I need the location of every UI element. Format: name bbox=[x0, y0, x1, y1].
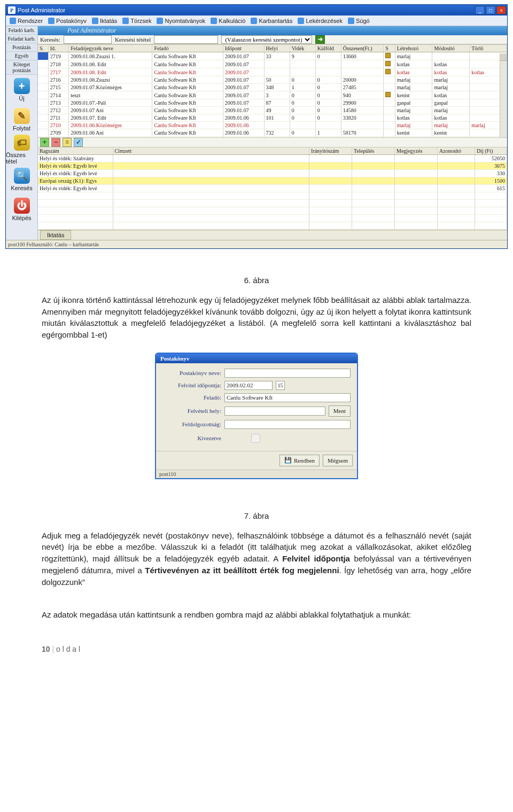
menu-icon bbox=[298, 18, 304, 24]
left-tab[interactable]: Köteget postázás bbox=[6, 60, 37, 75]
column-header[interactable]: S bbox=[384, 45, 395, 52]
add-row-button[interactable]: + bbox=[40, 138, 49, 147]
table-row[interactable]: 27162009.01.08.ZsuzsiCanlu Software Kft2… bbox=[38, 76, 507, 84]
status-icon bbox=[385, 53, 391, 58]
table-row[interactable]: Helyi és vidék: Egyéb levé330 bbox=[38, 170, 507, 177]
edit-row-button[interactable]: ≡ bbox=[63, 138, 72, 147]
save-icon: 💾 bbox=[284, 457, 292, 464]
table-row[interactable]: 27102009.01.06.KözönségesCanlu Software … bbox=[38, 122, 507, 129]
left-tab[interactable]: Egyéb bbox=[6, 52, 37, 60]
left-panel: Feladó karb. Feladat karb. Postázás Egyé… bbox=[6, 26, 38, 240]
table-row[interactable]: 27172009.01.08. EditCanlu Software Kft20… bbox=[38, 68, 507, 76]
left-tab[interactable]: Postázás bbox=[6, 43, 37, 52]
column-header[interactable]: Ragszám bbox=[38, 147, 113, 155]
table-row[interactable]: Európai ország (K1): Egys1500 bbox=[38, 177, 507, 185]
row-tool-button[interactable]: ✓ bbox=[74, 138, 83, 147]
table-row[interactable]: 27182009.01.08. EditCanlu Software Kft20… bbox=[38, 60, 507, 68]
main-grid: S.Id.Feladójegyzék neveFeladóIdőpontHely… bbox=[38, 44, 507, 137]
column-header[interactable]: Létrehozó bbox=[395, 45, 432, 52]
column-header[interactable]: Külföld bbox=[315, 45, 341, 52]
column-header[interactable]: Díj (Ft) bbox=[475, 147, 507, 155]
field-label-disabled: Kivezetve bbox=[162, 435, 221, 441]
menu-torzsek[interactable]: Törzsek bbox=[121, 18, 153, 24]
search-tetel-label: Keresési tététel bbox=[115, 36, 151, 43]
column-header[interactable]: Id. bbox=[48, 45, 68, 52]
status-icon bbox=[385, 69, 391, 74]
menu-icon bbox=[92, 18, 98, 24]
column-header[interactable]: Megjegyzés bbox=[395, 147, 438, 155]
table-row[interactable]: 27092009.01.06 AniCanlu Software Kft2009… bbox=[38, 129, 507, 137]
tool-new[interactable]: + Új bbox=[6, 75, 37, 105]
menu-karbantartas[interactable]: Karbantartás bbox=[249, 18, 294, 24]
column-header[interactable]: Címzett bbox=[113, 147, 309, 155]
column-header[interactable]: Irányítószám bbox=[309, 147, 352, 155]
column-header[interactable]: Törlő bbox=[470, 45, 507, 52]
menu-nyomtatvanyok[interactable]: Nyomtatványok bbox=[155, 18, 207, 24]
postakonyv-name-input[interactable] bbox=[224, 369, 351, 378]
menu-kalkulacio[interactable]: Kalkuláció bbox=[209, 18, 247, 24]
menu-icon bbox=[157, 18, 163, 24]
search-input[interactable] bbox=[64, 35, 112, 44]
megsem-button[interactable]: Mégsem bbox=[323, 455, 353, 466]
menu-iktatas[interactable]: Iktatás bbox=[90, 18, 119, 24]
table-row[interactable]: 27082009.01.06. KözönségesCanlu Software… bbox=[38, 137, 507, 137]
maximize-button[interactable]: □ bbox=[486, 6, 495, 14]
left-tab[interactable]: Feladó karb. bbox=[6, 26, 37, 35]
search-bar: Keresés: Keresési tététel (Válasszon ker… bbox=[38, 35, 507, 44]
status-bar: post100 Felhasználó: Canlu – karbantartá… bbox=[6, 240, 507, 248]
close-button[interactable]: × bbox=[496, 6, 506, 14]
sub-grid: RagszámCímzettIrányítószámTelepülésMegje… bbox=[38, 147, 507, 230]
table-row[interactable]: 27132009.01.07.-PaliCanlu Software Kft20… bbox=[38, 99, 507, 107]
tool-continue[interactable]: ✎ Folytat bbox=[6, 105, 37, 135]
power-icon: ⏻ bbox=[14, 198, 30, 214]
calendar-icon[interactable]: 15 bbox=[276, 381, 285, 390]
table-row[interactable]: 27192009.01.08.Zsuzsi 1.Canlu Software K… bbox=[38, 52, 507, 60]
feldolgozottsag-input[interactable] bbox=[224, 420, 351, 429]
date-input[interactable]: 2009.02.02 bbox=[224, 381, 273, 390]
felado-select[interactable]: Canlu Software Kft bbox=[224, 393, 351, 402]
column-header[interactable]: Időpont bbox=[223, 45, 264, 52]
status-icon bbox=[385, 92, 391, 97]
table-row[interactable]: Helyi és vidék: Egyéb levé615 bbox=[38, 185, 507, 192]
search-tetel-input[interactable] bbox=[154, 35, 218, 44]
scroll-up-icon[interactable] bbox=[500, 53, 507, 61]
menu-lekerdezesek[interactable]: Lekérdezések bbox=[296, 18, 344, 24]
column-header[interactable]: Feladó bbox=[152, 45, 223, 52]
rendben-button[interactable]: 💾 Rendben bbox=[279, 455, 320, 466]
felveteli-hely-input[interactable] bbox=[224, 407, 325, 416]
field-label: Feladó: bbox=[162, 394, 221, 401]
search-go-button[interactable]: ➜ bbox=[315, 35, 325, 44]
field-label: Feldolgozottság: bbox=[162, 421, 221, 427]
table-row[interactable]: 2714tesztCanlu Software Kft2009.01.07300… bbox=[38, 91, 507, 99]
menu-postakonyv[interactable]: Postakönyv bbox=[46, 18, 88, 24]
remove-row-button[interactable]: − bbox=[51, 138, 60, 147]
column-header[interactable]: Összesen(Ft.) bbox=[341, 45, 383, 52]
table-row[interactable]: Helyi és vidék: Szabvány52050 bbox=[38, 155, 507, 162]
search-aspect-select[interactable]: (Válasszon keresési szempontot) bbox=[221, 35, 312, 44]
menu-rendszer[interactable]: Rendszer bbox=[8, 18, 44, 24]
column-header[interactable]: S. bbox=[38, 45, 48, 52]
column-header[interactable]: Vidék bbox=[290, 45, 315, 52]
table-row[interactable]: 27112009.01.07. EditCanlu Software Kft20… bbox=[38, 114, 507, 122]
tool-all-items[interactable]: 🏷 Összes tétel bbox=[6, 135, 37, 165]
column-header[interactable]: Település bbox=[352, 147, 395, 155]
bottom-tab-iktatas[interactable]: Iktatás bbox=[40, 230, 71, 240]
app-icon: P bbox=[8, 6, 15, 14]
column-header[interactable]: Helyi bbox=[264, 45, 290, 52]
menu-icon bbox=[211, 18, 217, 24]
column-header[interactable]: Azonosító bbox=[438, 147, 475, 155]
menu-sugo[interactable]: Súgó bbox=[346, 18, 371, 24]
table-row[interactable]: 27152009.01.07.KözönségesCanlu Software … bbox=[38, 84, 507, 91]
table-row[interactable]: Helyi és vidék: Egyéb levé3675 bbox=[38, 162, 507, 170]
minimize-button[interactable]: _ bbox=[475, 6, 485, 14]
tool-exit[interactable]: ⏻ Kilépés bbox=[6, 194, 37, 224]
table-row[interactable]: 27122009.01.07 AniCanlu Software Kft2009… bbox=[38, 107, 507, 114]
menu-icon bbox=[348, 18, 354, 24]
vertical-scrollbar[interactable] bbox=[500, 53, 507, 137]
column-header[interactable]: Módosító bbox=[432, 45, 470, 52]
tool-search[interactable]: 🔍 Keresés bbox=[6, 165, 37, 194]
sub-toolbar: + − ≡ ✓ bbox=[38, 137, 507, 147]
column-header[interactable]: Feladójegyzék neve bbox=[69, 45, 152, 52]
left-tab[interactable]: Feladat karb. bbox=[6, 35, 37, 43]
ment-button[interactable]: Ment bbox=[329, 405, 351, 417]
